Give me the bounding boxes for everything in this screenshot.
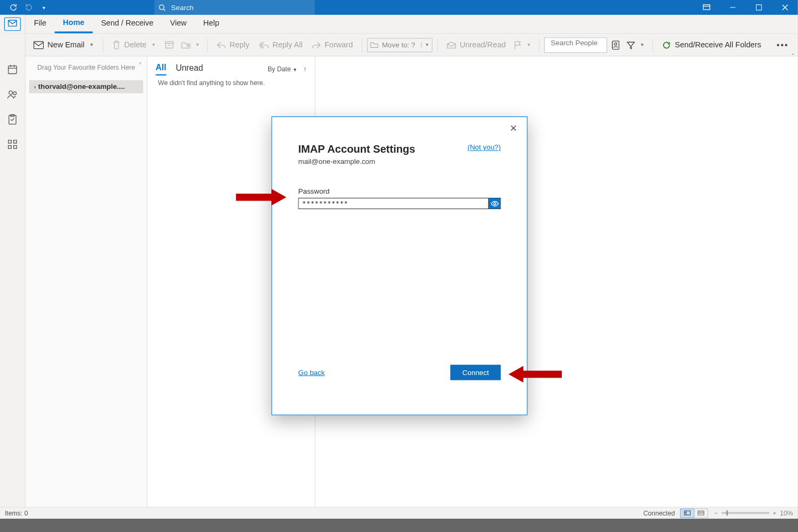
go-back-link[interactable]: Go back: [298, 368, 325, 377]
annotation-arrow-right: [509, 365, 562, 384]
dialog-close-button[interactable]: ✕: [506, 122, 521, 135]
password-input[interactable]: [299, 198, 488, 209]
eye-icon: [491, 201, 499, 206]
dialog-title: IMAP Account Settings: [298, 143, 415, 155]
password-field-wrap: [298, 198, 501, 209]
svg-marker-19: [236, 189, 286, 205]
dialog-email: mail@one-example.com: [298, 157, 415, 166]
annotation-arrow-left: [236, 188, 286, 207]
reveal-password-button[interactable]: [488, 198, 500, 209]
not-you-link[interactable]: (Not you?): [468, 143, 501, 152]
password-label: Password: [298, 187, 501, 196]
svg-point-18: [494, 202, 496, 204]
imap-settings-dialog: ✕ IMAP Account Settings mail@one-example…: [271, 117, 527, 415]
svg-marker-20: [509, 366, 562, 383]
connect-button[interactable]: Connect: [451, 365, 501, 380]
modal-overlay: ✕ IMAP Account Settings mail@one-example…: [0, 0, 798, 519]
